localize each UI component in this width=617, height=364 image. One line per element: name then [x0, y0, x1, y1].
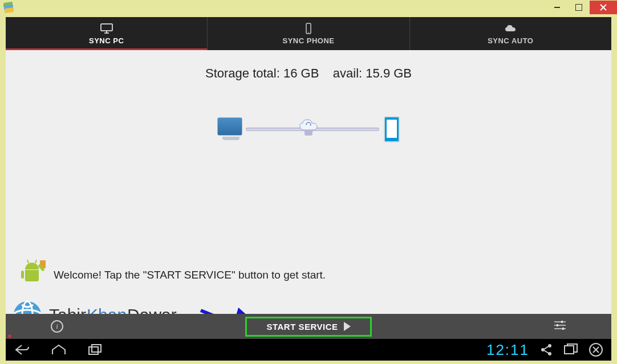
svg-rect-21	[565, 346, 574, 354]
record-indicator	[8, 334, 11, 338]
tab-label: SYNC PC	[89, 36, 124, 45]
tab-sync-phone[interactable]: SYNC PHONE	[208, 17, 409, 50]
monitor-icon	[100, 23, 113, 34]
svg-rect-14	[89, 347, 98, 354]
pc-icon	[217, 117, 245, 140]
share-button[interactable]	[539, 343, 553, 357]
cloud-stem	[305, 130, 312, 136]
tab-sync-pc[interactable]: SYNC PC	[6, 17, 208, 50]
storage-total-value: 16 GB	[283, 66, 319, 80]
svg-rect-13	[562, 328, 564, 330]
storage-status: Storage total: 16 GB avail: 15.9 GB	[6, 50, 611, 81]
window-close-button[interactable]	[590, 1, 617, 14]
recent-apps-button[interactable]	[87, 343, 104, 357]
back-button[interactable]	[14, 343, 31, 357]
svg-point-4	[308, 31, 309, 32]
close-app-button[interactable]	[588, 342, 603, 357]
welcome-text: Welcome! Tap the "START SERVICE" button …	[54, 269, 326, 281]
tab-label: SYNC AUTO	[488, 36, 533, 45]
storage-avail-value: 15.9 GB	[366, 66, 412, 80]
svg-rect-15	[92, 345, 101, 352]
settings-sliders-button[interactable]	[553, 320, 567, 333]
storage-avail-label: avail:	[333, 66, 362, 80]
info-button[interactable]: i	[51, 320, 63, 333]
fullscreen-button[interactable]	[563, 343, 578, 357]
system-clock: 12:11	[486, 341, 529, 359]
bottom-toolbar: i START SERVICE	[6, 314, 611, 339]
app-icon	[3, 2, 14, 13]
svg-line-19	[544, 346, 549, 349]
info-glyph: i	[56, 322, 58, 331]
tab-label: SYNC PHONE	[283, 36, 335, 45]
start-service-button[interactable]: START SERVICE	[245, 317, 371, 337]
tab-sync-auto[interactable]: SYNC AUTO	[410, 17, 611, 50]
window-titlebar	[0, 0, 617, 15]
top-tabs: SYNC PC SYNC PHONE SYNC AUTO	[6, 17, 611, 50]
svg-rect-9	[561, 321, 563, 323]
storage-total-label: Storage total:	[205, 66, 280, 80]
android-icon	[23, 263, 46, 288]
phone-device-icon	[384, 116, 400, 142]
sync-graphic	[212, 113, 405, 158]
phone-icon	[302, 23, 315, 34]
window-minimize-button[interactable]	[546, 1, 568, 14]
svg-line-20	[544, 350, 549, 353]
cloud-icon	[504, 23, 517, 34]
svg-rect-11	[557, 324, 558, 326]
system-nav-bar: 12:11	[6, 339, 611, 361]
start-service-label: START SERVICE	[266, 322, 338, 332]
play-icon	[344, 322, 351, 331]
welcome-row: Welcome! Tap the "START SERVICE" button …	[23, 263, 326, 288]
window-maximize-button[interactable]	[568, 1, 590, 14]
home-button[interactable]	[50, 343, 67, 357]
svg-rect-0	[101, 24, 112, 31]
